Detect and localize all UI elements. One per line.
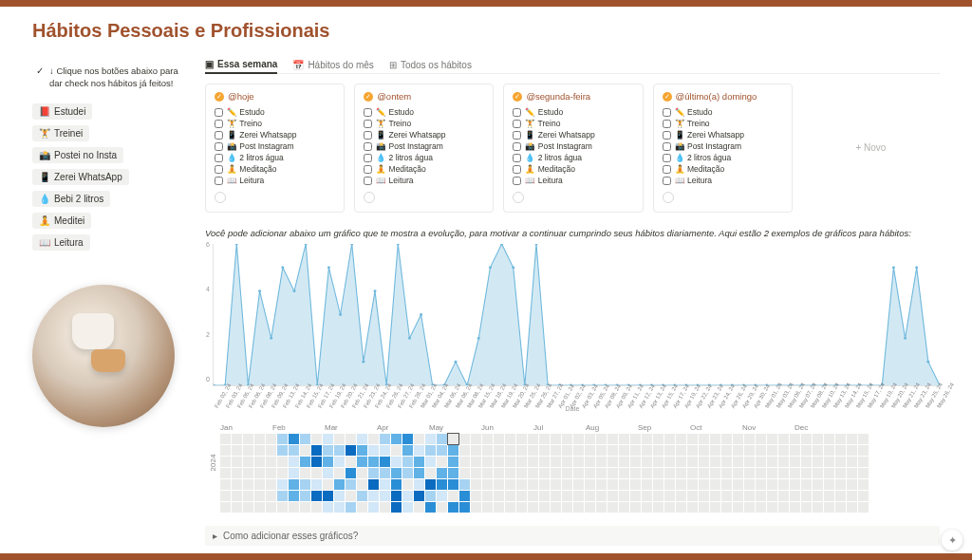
- heatmap-cell[interactable]: [642, 479, 652, 490]
- heatmap-cell[interactable]: [619, 445, 629, 456]
- heatmap-cell[interactable]: [824, 491, 834, 501]
- heatmap-cell[interactable]: [847, 445, 857, 456]
- heatmap-cell[interactable]: [232, 479, 242, 490]
- heatmap-cell[interactable]: [323, 445, 333, 456]
- day-card[interactable]: ✓@segunda-feira✏️ Estudo🏋️ Treino📱 Zerei…: [503, 84, 643, 213]
- heatmap-cell[interactable]: [425, 502, 436, 513]
- heatmap-cell[interactable]: [699, 445, 709, 456]
- heatmap-cell[interactable]: [300, 468, 310, 478]
- task-checkbox[interactable]: [215, 165, 223, 174]
- heatmap-cell[interactable]: [813, 445, 823, 456]
- heatmap-cell[interactable]: [824, 457, 834, 467]
- heatmap-cell[interactable]: [357, 502, 367, 513]
- heatmap-cell[interactable]: [277, 434, 288, 444]
- heatmap-cell[interactable]: [778, 468, 789, 478]
- task-checkbox[interactable]: [663, 154, 671, 162]
- heatmap-cell[interactable]: [608, 468, 618, 478]
- heatmap-cell[interactable]: [482, 457, 493, 467]
- heatmap-cell[interactable]: [482, 502, 493, 513]
- habit-check-button[interactable]: 📱Zerei WhatsApp: [32, 169, 129, 185]
- heatmap-cell[interactable]: [551, 457, 561, 467]
- heatmap-cell[interactable]: [835, 457, 846, 467]
- heatmap-cell[interactable]: [585, 502, 595, 513]
- heatmap-cell[interactable]: [459, 457, 470, 467]
- heatmap-cell[interactable]: [687, 457, 698, 467]
- heatmap-cell[interactable]: [254, 491, 265, 501]
- heatmap-cell[interactable]: [437, 479, 447, 490]
- heatmap-cell[interactable]: [619, 457, 629, 467]
- heatmap-cell[interactable]: [300, 491, 310, 501]
- heatmap-cell[interactable]: [596, 434, 607, 444]
- heatmap-cell[interactable]: [528, 479, 538, 490]
- heatmap-cell[interactable]: [801, 434, 812, 444]
- heatmap-cell[interactable]: [402, 457, 413, 467]
- heatmap-cell[interactable]: [801, 457, 812, 467]
- heatmap-cell[interactable]: [847, 468, 857, 478]
- task-checkbox[interactable]: [513, 120, 521, 128]
- heatmap-cell[interactable]: [323, 502, 333, 513]
- heatmap-cell[interactable]: [528, 491, 538, 501]
- heatmap-cell[interactable]: [642, 491, 652, 501]
- heatmap-cell[interactable]: [630, 491, 641, 501]
- heatmap-cell[interactable]: [243, 445, 253, 456]
- heatmap-cell[interactable]: [699, 479, 709, 490]
- heatmap-cell[interactable]: [562, 457, 572, 467]
- task-checkbox[interactable]: [215, 177, 223, 185]
- heatmap-cell[interactable]: [756, 468, 766, 478]
- heatmap-cell[interactable]: [346, 457, 356, 467]
- heatmap-cell[interactable]: [630, 457, 641, 467]
- heatmap-cell[interactable]: [289, 502, 299, 513]
- heatmap-cell[interactable]: [619, 502, 629, 513]
- heatmap-cell[interactable]: [505, 479, 515, 490]
- task-checkbox[interactable]: [364, 142, 372, 151]
- heatmap-cell[interactable]: [585, 468, 595, 478]
- heatmap-cell[interactable]: [232, 457, 242, 467]
- heatmap-cell[interactable]: [323, 468, 333, 478]
- heatmap-cell[interactable]: [710, 434, 720, 444]
- heatmap-cell[interactable]: [243, 434, 253, 444]
- heatmap-cell[interactable]: [243, 468, 253, 478]
- view-tab[interactable]: ⊞Todos os hábitos: [389, 60, 472, 70]
- heatmap-cell[interactable]: [756, 457, 766, 467]
- heatmap-cell[interactable]: [232, 468, 242, 478]
- heatmap-cell[interactable]: [664, 502, 675, 513]
- heatmap-cell[interactable]: [402, 434, 413, 444]
- heatmap-cell[interactable]: [835, 468, 846, 478]
- add-circle-icon[interactable]: [364, 192, 375, 203]
- task-checkbox[interactable]: [513, 108, 521, 117]
- heatmap-cell[interactable]: [778, 491, 789, 501]
- heatmap-cell[interactable]: [528, 502, 538, 513]
- heatmap-cell[interactable]: [437, 457, 447, 467]
- heatmap-cell[interactable]: [858, 457, 869, 467]
- heatmap-cell[interactable]: [277, 502, 288, 513]
- heatmap-cell[interactable]: [539, 457, 550, 467]
- task-checkbox[interactable]: [513, 177, 521, 185]
- heatmap-cell[interactable]: [516, 502, 527, 513]
- heatmap-cell[interactable]: [220, 468, 231, 478]
- heatmap-cell[interactable]: [334, 434, 345, 444]
- heatmap-cell[interactable]: [733, 491, 743, 501]
- heatmap-cell[interactable]: [676, 491, 686, 501]
- heatmap-cell[interactable]: [630, 434, 641, 444]
- heatmap-cell[interactable]: [232, 434, 242, 444]
- heatmap-cell[interactable]: [437, 491, 447, 501]
- task-checkbox[interactable]: [215, 154, 223, 162]
- heatmap-cell[interactable]: [767, 468, 777, 478]
- task-checkbox[interactable]: [513, 142, 521, 151]
- heatmap-cell[interactable]: [277, 445, 288, 456]
- heatmap-cell[interactable]: [357, 457, 367, 467]
- heatmap-cell[interactable]: [824, 479, 834, 490]
- heatmap-cell[interactable]: [687, 502, 698, 513]
- heatmap-cell[interactable]: [596, 468, 607, 478]
- heatmap-cell[interactable]: [220, 434, 231, 444]
- heatmap-cell[interactable]: [653, 468, 664, 478]
- heatmap-cell[interactable]: [744, 502, 755, 513]
- heatmap-cell[interactable]: [289, 468, 299, 478]
- heatmap-cell[interactable]: [289, 491, 299, 501]
- task-checkbox[interactable]: [663, 131, 671, 140]
- heatmap-cell[interactable]: [653, 434, 664, 444]
- heatmap-cell[interactable]: [300, 457, 310, 467]
- heatmap-cell[interactable]: [721, 491, 732, 501]
- habit-check-button[interactable]: 💧Bebi 2 litros: [32, 191, 110, 207]
- heatmap-cell[interactable]: [767, 479, 777, 490]
